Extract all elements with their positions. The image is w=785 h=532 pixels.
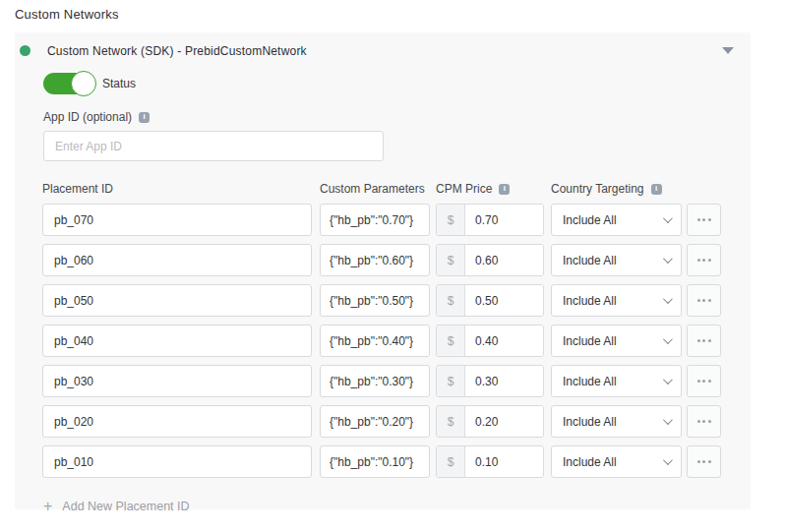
country-targeting-value: Include All: [563, 455, 617, 469]
ellipsis-icon: [708, 299, 711, 302]
ellipsis-icon: [702, 218, 705, 221]
column-headers: Placement ID Custom Parameters CPM Price…: [42, 182, 723, 196]
info-icon[interactable]: i: [651, 184, 662, 195]
placement-row: $ Include All: [42, 244, 723, 276]
placement-row: $ Include All: [42, 204, 723, 236]
cpm-price-input[interactable]: [465, 446, 543, 477]
cpm-price-input[interactable]: [465, 245, 543, 275]
country-targeting-value: Include All: [563, 334, 617, 348]
row-menu-button[interactable]: [687, 325, 721, 357]
country-targeting-select[interactable]: Include All: [551, 244, 682, 276]
placement-id-input[interactable]: [42, 325, 312, 357]
ellipsis-icon: [702, 420, 705, 423]
cpm-price-field: $: [436, 405, 544, 438]
custom-networks-page: Custom Networks Custom Network (SDK) - P…: [0, 0, 785, 532]
dollar-sign-icon: $: [437, 325, 465, 356]
chevron-down-icon: [663, 254, 673, 264]
toggle-knob: [71, 71, 96, 96]
placement-row: $ Include All: [42, 325, 723, 357]
app-id-input[interactable]: [43, 131, 384, 161]
app-id-label: App ID (optional): [43, 110, 132, 124]
cpm-price-input[interactable]: [465, 406, 543, 437]
country-targeting-value: Include All: [563, 375, 617, 388]
chevron-down-icon[interactable]: [722, 47, 734, 54]
country-targeting-value: Include All: [563, 254, 617, 267]
status-toggle[interactable]: [43, 73, 94, 94]
column-header-custom-parameters: Custom Parameters: [320, 182, 425, 196]
ellipsis-icon: [708, 259, 711, 262]
placement-id-input[interactable]: [42, 405, 312, 438]
placement-rows: $ Include All: [42, 204, 723, 478]
custom-network-card: Custom Network (SDK) - PrebidCustomNetwo…: [15, 32, 751, 509]
chevron-down-icon: [663, 375, 673, 384]
placement-id-input[interactable]: [42, 284, 312, 317]
row-menu-button[interactable]: [687, 204, 721, 236]
ellipsis-icon: [697, 259, 700, 262]
country-targeting-select[interactable]: Include All: [551, 204, 682, 236]
column-header-country-targeting: Country Targeting: [551, 182, 644, 196]
row-menu-button[interactable]: [687, 284, 721, 317]
chevron-down-icon: [663, 415, 673, 425]
custom-parameters-input[interactable]: [320, 445, 430, 478]
custom-parameters-input[interactable]: [320, 284, 430, 317]
ellipsis-icon: [697, 218, 700, 221]
row-menu-button[interactable]: [687, 445, 721, 478]
info-icon[interactable]: i: [139, 112, 150, 123]
add-new-placement-button[interactable]: + Add New Placement ID: [43, 499, 190, 514]
dollar-sign-icon: $: [437, 366, 465, 396]
custom-parameters-input[interactable]: [320, 244, 430, 276]
ellipsis-icon: [708, 218, 711, 221]
ellipsis-icon: [702, 339, 705, 342]
dollar-sign-icon: $: [437, 406, 465, 437]
info-icon[interactable]: i: [499, 184, 510, 195]
network-header[interactable]: Custom Network (SDK) - PrebidCustomNetwo…: [15, 32, 751, 58]
placement-row: $ Include All: [42, 405, 723, 438]
row-menu-button[interactable]: [687, 244, 721, 276]
cpm-price-field: $: [436, 244, 544, 276]
custom-parameters-input[interactable]: [320, 204, 430, 236]
chevron-down-icon: [663, 294, 673, 304]
country-targeting-value: Include All: [563, 294, 617, 308]
chevron-down-icon: [663, 334, 673, 344]
dollar-sign-icon: $: [437, 245, 465, 275]
custom-parameters-input[interactable]: [320, 325, 430, 357]
ellipsis-icon: [702, 299, 705, 302]
custom-parameters-input[interactable]: [320, 405, 430, 438]
country-targeting-select[interactable]: Include All: [551, 445, 682, 478]
custom-parameters-input[interactable]: [320, 365, 430, 397]
country-targeting-select[interactable]: Include All: [551, 325, 682, 357]
ellipsis-icon: [702, 380, 705, 383]
ellipsis-icon: [708, 380, 711, 383]
cpm-price-field: $: [436, 365, 544, 397]
placement-row: $ Include All: [42, 445, 723, 478]
ellipsis-icon: [697, 420, 700, 423]
network-name: Custom Network (SDK) - PrebidCustomNetwo…: [47, 44, 307, 58]
ellipsis-icon: [702, 460, 705, 463]
country-targeting-select[interactable]: Include All: [551, 405, 682, 438]
ellipsis-icon: [702, 259, 705, 262]
placement-id-input[interactable]: [42, 204, 312, 236]
cpm-price-input[interactable]: [465, 205, 543, 235]
ellipsis-icon: [708, 420, 711, 423]
plus-icon: +: [43, 499, 52, 514]
cpm-price-input[interactable]: [465, 285, 543, 316]
status-toggle-row: Status: [43, 71, 751, 96]
country-targeting-select[interactable]: Include All: [551, 284, 682, 317]
country-targeting-value: Include All: [563, 415, 617, 429]
chevron-down-icon: [663, 213, 673, 223]
placement-id-input[interactable]: [42, 365, 312, 397]
dollar-sign-icon: $: [437, 205, 465, 235]
cpm-price-input[interactable]: [465, 366, 543, 396]
row-menu-button[interactable]: [687, 405, 721, 438]
add-new-placement-label: Add New Placement ID: [62, 500, 189, 513]
active-status-dot-icon: [20, 45, 30, 56]
app-id-section: App ID (optional) i: [43, 110, 751, 161]
placement-id-input[interactable]: [42, 445, 312, 478]
ellipsis-icon: [697, 299, 700, 302]
cpm-price-input[interactable]: [465, 325, 543, 356]
row-menu-button[interactable]: [687, 365, 721, 397]
placement-id-input[interactable]: [42, 244, 312, 276]
cpm-price-field: $: [436, 445, 544, 478]
ellipsis-icon: [708, 339, 711, 342]
country-targeting-select[interactable]: Include All: [551, 365, 682, 397]
